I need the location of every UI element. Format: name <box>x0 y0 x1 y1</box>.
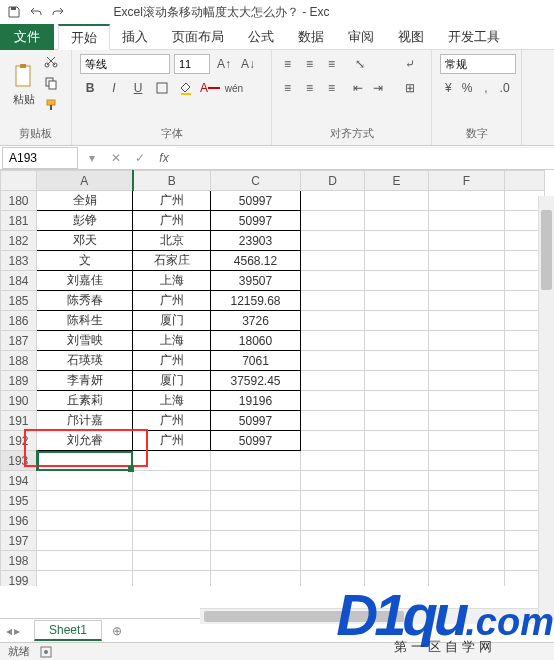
cell[interactable] <box>429 411 505 431</box>
row-header[interactable]: 185 <box>1 291 37 311</box>
cell[interactable]: 厦门 <box>133 311 211 331</box>
cell[interactable]: 50997 <box>211 431 301 451</box>
cell[interactable] <box>301 571 365 587</box>
vertical-scrollbar[interactable] <box>538 196 554 618</box>
cell[interactable] <box>365 371 429 391</box>
cell[interactable] <box>365 251 429 271</box>
phonetic-button[interactable]: wén <box>224 78 244 98</box>
cell[interactable] <box>301 351 365 371</box>
cell[interactable]: 邓天 <box>37 231 133 251</box>
row-header[interactable]: 199 <box>1 571 37 587</box>
cell[interactable] <box>429 311 505 331</box>
currency-icon[interactable]: ¥ <box>440 78 457 98</box>
cell[interactable] <box>301 491 365 511</box>
row-header[interactable]: 187 <box>1 331 37 351</box>
cell[interactable] <box>365 551 429 571</box>
cell[interactable] <box>365 391 429 411</box>
font-name-combo[interactable]: 等线 <box>80 54 170 74</box>
cell[interactable] <box>429 271 505 291</box>
cell[interactable]: 石家庄 <box>133 251 211 271</box>
cell[interactable]: 广州 <box>133 431 211 451</box>
cell[interactable] <box>133 511 211 531</box>
cell[interactable] <box>301 511 365 531</box>
cell[interactable] <box>301 331 365 351</box>
cell[interactable]: 石瑛瑛 <box>37 351 133 371</box>
tab-insert[interactable]: 插入 <box>110 24 160 50</box>
column-header[interactable]: C <box>211 171 301 191</box>
cell[interactable] <box>365 311 429 331</box>
row-header[interactable]: 191 <box>1 411 37 431</box>
cell[interactable] <box>301 291 365 311</box>
cell[interactable] <box>301 431 365 451</box>
name-box-dropdown-icon[interactable]: ▾ <box>80 147 104 169</box>
row-header[interactable]: 188 <box>1 351 37 371</box>
cell[interactable] <box>429 511 505 531</box>
cell[interactable] <box>133 531 211 551</box>
orientation-icon[interactable]: ⤡ <box>348 54 372 74</box>
row-header[interactable]: 184 <box>1 271 37 291</box>
cell[interactable]: 37592.45 <box>211 371 301 391</box>
row-header[interactable]: 198 <box>1 551 37 571</box>
fill-color-button[interactable] <box>176 78 196 98</box>
cell[interactable]: 厦门 <box>133 371 211 391</box>
row-header[interactable]: 195 <box>1 491 37 511</box>
cell[interactable] <box>301 271 365 291</box>
cell[interactable] <box>365 431 429 451</box>
tab-nav-next-icon[interactable]: ▸ <box>14 624 20 638</box>
sheet-tab[interactable]: Sheet1 <box>34 620 102 641</box>
cell[interactable] <box>133 451 211 471</box>
merge-button[interactable]: ⊞ <box>394 78 426 98</box>
cell[interactable] <box>365 351 429 371</box>
cell[interactable] <box>429 431 505 451</box>
copy-icon[interactable] <box>44 76 60 92</box>
row-header[interactable]: 181 <box>1 211 37 231</box>
align-left-icon[interactable]: ≡ <box>278 78 298 98</box>
column-header[interactable]: A <box>37 171 133 191</box>
decrease-font-icon[interactable]: A↓ <box>238 54 258 74</box>
cell[interactable] <box>365 471 429 491</box>
row-header[interactable]: 193 <box>1 451 37 471</box>
tab-view[interactable]: 视图 <box>386 24 436 50</box>
cell[interactable] <box>429 211 505 231</box>
cell[interactable] <box>365 511 429 531</box>
cell[interactable]: 陈科生 <box>37 311 133 331</box>
cell[interactable] <box>211 451 301 471</box>
cell[interactable]: 上海 <box>133 391 211 411</box>
cell[interactable] <box>37 491 133 511</box>
cell[interactable] <box>301 191 365 211</box>
number-format-combo[interactable]: 常规 <box>440 54 516 74</box>
tab-nav-prev-icon[interactable]: ◂ <box>6 624 12 638</box>
cell[interactable] <box>301 391 365 411</box>
horizontal-scrollbar[interactable] <box>200 608 538 624</box>
cell[interactable] <box>365 291 429 311</box>
tab-developer[interactable]: 开发工具 <box>436 24 512 50</box>
cell[interactable] <box>301 451 365 471</box>
cell[interactable]: 广州 <box>133 411 211 431</box>
underline-button[interactable]: U <box>128 78 148 98</box>
cell[interactable] <box>365 271 429 291</box>
spreadsheet-grid[interactable]: ABCDEF180全娟广州50997181彭铮广州50997182邓天北京239… <box>0 170 554 586</box>
formula-input[interactable] <box>176 147 554 169</box>
cell[interactable] <box>429 231 505 251</box>
cell[interactable] <box>301 471 365 491</box>
cell[interactable] <box>365 491 429 511</box>
cell[interactable]: 19196 <box>211 391 301 411</box>
italic-button[interactable]: I <box>104 78 124 98</box>
cell[interactable] <box>365 411 429 431</box>
macro-record-icon[interactable] <box>40 646 52 658</box>
cell[interactable]: 文 <box>37 251 133 271</box>
cell[interactable] <box>37 551 133 571</box>
increase-font-icon[interactable]: A↑ <box>214 54 234 74</box>
cell[interactable] <box>301 551 365 571</box>
font-color-button[interactable]: A <box>200 78 220 98</box>
wrap-text-button[interactable]: ⤶ <box>394 54 426 74</box>
cell[interactable] <box>301 231 365 251</box>
increase-decimal-icon[interactable]: .0 <box>496 78 513 98</box>
name-box[interactable]: A193 <box>2 147 78 169</box>
paste-button[interactable]: 粘贴 <box>12 62 36 107</box>
cell[interactable]: 刘雪映 <box>37 331 133 351</box>
cell[interactable] <box>211 531 301 551</box>
cell[interactable] <box>37 531 133 551</box>
tab-file[interactable]: 文件 <box>0 24 54 50</box>
save-icon[interactable] <box>6 4 22 20</box>
